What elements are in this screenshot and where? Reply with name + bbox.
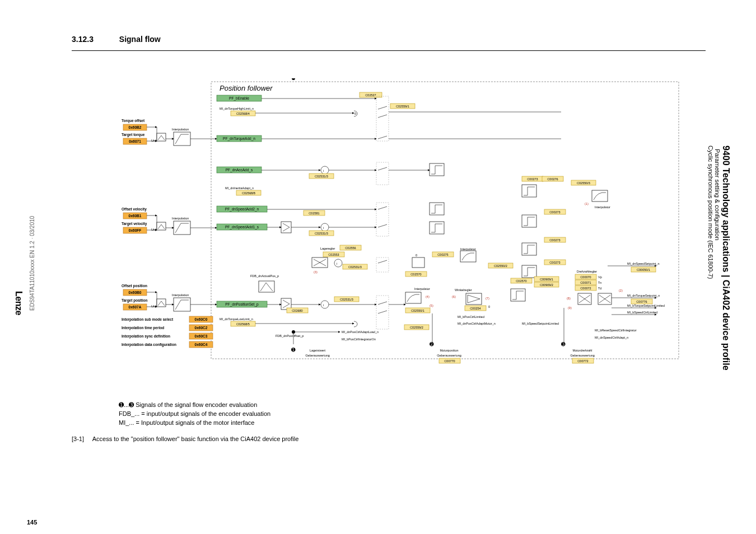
figure-tag: [3-1]	[72, 435, 84, 442]
pf-speedadd2: PF_dnSpeedAdd2_n	[225, 207, 259, 212]
svg-rect-81	[376, 162, 389, 185]
svg-text:i: i	[323, 303, 324, 307]
c02568-4: C02568/4	[236, 112, 250, 115]
page-title-block: 9400 Technology applications | CiA402 de…	[707, 146, 731, 371]
page-number: 145	[27, 519, 37, 526]
mi-posctrl-integrator: MI_bPosCtrlIntegratorOn	[342, 338, 376, 341]
offset-position-label: Offset position	[122, 284, 147, 288]
svg-text:i: i	[337, 262, 337, 265]
doc-reference: EDS94TA11010xxxx EN 1.2 · 03/2010	[29, 31, 40, 311]
section-header: 3.12.3 Signal flow	[72, 35, 161, 44]
c02568-8: C02568/8	[242, 191, 255, 195]
svg-rect-97	[412, 257, 424, 268]
c02531-3d: C02531/3	[340, 298, 353, 301]
mi-posadaptmotor: MI_dnPosCtrlAdaptMotor_n	[458, 322, 496, 325]
mi-posctrl-load: MI_dnPosCtrlAdaptLoad_n	[342, 330, 379, 334]
svg-line-90	[378, 224, 387, 227]
svg-rect-83	[376, 257, 389, 272]
figure-legend: ➊...➌ Signals of the signal flow encoder…	[119, 401, 270, 428]
motorposition: Motorposition	[440, 349, 458, 352]
title-main: 9400 Technology applications | CiA402 de…	[721, 146, 731, 371]
interpolation-label-1: Interpolation	[172, 128, 189, 131]
c00772: C00772	[577, 359, 588, 363]
svg-point-141	[292, 78, 295, 80]
zero-2: 0	[488, 305, 490, 308]
mi-speedctrl-adapt: MI_dnSpeedCtrlAdapt_n	[595, 336, 628, 339]
brand-logo: Lenze	[13, 291, 24, 325]
c00273b: C00273	[549, 210, 560, 214]
pf-positionset: PF_dnPositionSet_p	[225, 302, 259, 307]
c00770: C00770	[444, 359, 455, 363]
svg-line-87	[378, 136, 387, 139]
svg-line-92	[378, 302, 387, 305]
target-velocity-index: 0x60FF	[129, 228, 141, 232]
pf-speedadd1: PF_dnSpeedAdd1_s	[225, 225, 259, 229]
c00070: C00070	[580, 275, 591, 279]
c00909-2: C00909/2	[540, 283, 553, 287]
pf-benable: PF_bEnable	[229, 96, 249, 101]
lageistwert: Lageistwert	[310, 349, 326, 352]
mi-speedctrllimited: MI_bSpeedCtrlLimited	[627, 311, 657, 314]
diagram-title: Position follower	[220, 84, 273, 92]
figure-text: Access to the "position follower" basic …	[92, 435, 299, 442]
legend-line-1: ➊...➌ Signals of the signal flow encoder…	[119, 401, 270, 410]
section-number: 3.12.3	[72, 35, 94, 44]
unit-label-3: Unit	[151, 305, 157, 308]
target-position-index: 0x607A	[129, 305, 142, 309]
svg-line-91	[378, 260, 387, 263]
interp-sub-mode-label: Interpolation sub mode select	[122, 317, 174, 322]
legend-line-3: MI_... = Input/output signals of the mot…	[119, 419, 270, 428]
svg-line-86	[378, 115, 387, 118]
c02531-3b: C02531/3	[315, 232, 328, 235]
pf-accadd: PF_dnAccAdd_s	[226, 168, 253, 172]
svg-rect-82	[376, 203, 389, 236]
svg-rect-100	[460, 251, 476, 262]
unit-label-2: Unit	[151, 228, 157, 231]
c02680: C02680	[292, 309, 302, 312]
signal-flow-diagram: Position follower Torque offset 0x60B2 T…	[119, 78, 684, 397]
fdb-posoffset: FDB_dnPosOffset_p	[276, 334, 304, 338]
svg-point-63	[334, 259, 342, 267]
interp-time-period-label: Interpolation time period	[122, 326, 164, 330]
c02531-3a: C02531/3	[315, 175, 328, 178]
c02550-2: C02550/2	[494, 264, 507, 268]
c02568-5: C02568/5	[236, 322, 250, 326]
c00273a: C00273	[527, 177, 538, 181]
svg-point-42	[321, 166, 329, 174]
legend-line-2: FDB_... = input/output signals of the en…	[119, 410, 270, 419]
unit-label-1: Unit	[151, 139, 157, 142]
dot-2: ➋	[430, 341, 434, 347]
c00275: C00275	[437, 253, 448, 256]
torque-offset-index: 0x60B2	[129, 125, 142, 129]
mi-torquesetlimited: MI_bTorqueSetpointLimited	[627, 304, 665, 307]
geberauswertung-3: Geberauswertung	[570, 354, 595, 357]
c02559-2: C02559/2	[410, 326, 423, 329]
mi-posctrl-limited: MI_bPosCtrlLimited	[458, 315, 484, 318]
svg-rect-102	[405, 292, 421, 303]
svg-line-89	[378, 207, 387, 209]
vp: Vp	[598, 275, 602, 279]
num-6: (6)	[452, 295, 456, 298]
c02570: C02570	[410, 273, 421, 276]
interpolation-label-3: Interpolation	[172, 293, 189, 297]
svg-rect-21	[174, 298, 190, 311]
target-torque-index: 0x6071	[129, 139, 141, 143]
td: Td	[598, 287, 601, 290]
c02550-1: C02550/1	[411, 309, 424, 312]
svg-rect-12	[174, 221, 190, 235]
svg-line-85	[378, 106, 387, 109]
svg-rect-128	[592, 190, 608, 202]
interp-sync-def-index: 0x60C3	[195, 334, 208, 338]
svg-rect-3	[174, 132, 190, 146]
c00909-1: C00909/1	[540, 278, 553, 281]
svg-rect-0	[211, 82, 679, 359]
num-2: (2)	[619, 289, 623, 292]
svg-rect-84	[376, 296, 389, 329]
c02570b: C02570	[516, 279, 526, 283]
c02531-3c: C02531/3	[348, 265, 362, 269]
geberauswertung-2: Geberauswertung	[437, 354, 461, 357]
interpolator-2: Interpolator	[414, 287, 430, 291]
c02550-3: C02550/3	[577, 181, 590, 185]
svg-text:i: i	[323, 169, 324, 172]
offset-velocity-label: Offset velocity	[122, 207, 147, 212]
